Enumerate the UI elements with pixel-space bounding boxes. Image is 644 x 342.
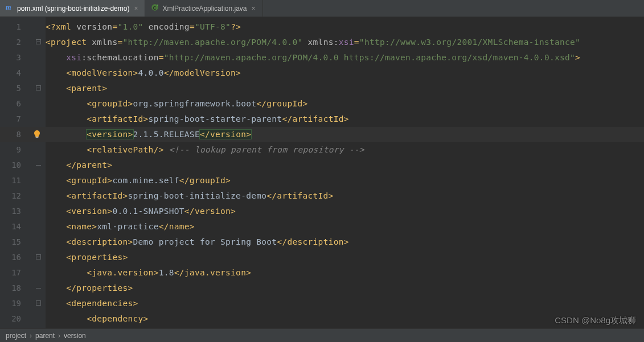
svg-rect-3 xyxy=(36,137,39,138)
svg-text:m: m xyxy=(6,3,11,11)
code-token: "http://www.w3.org/2001/XMLSchema-instan… xyxy=(359,38,580,47)
code-token: spring-boot-starter-parent xyxy=(149,114,282,123)
code-token: 0.0.1-SNAPSHOT xyxy=(112,207,184,216)
code-line[interactable]: <dependencies> xyxy=(46,296,644,311)
code-token: 1.8 xyxy=(159,268,174,277)
line-number-gutter: 1234567891011121314151617181920 xyxy=(0,17,31,328)
code-token: <version> xyxy=(66,207,112,216)
code-line[interactable]: <modelVersion>4.0.0</modelVersion> xyxy=(46,65,644,81)
java-class-icon: C xyxy=(151,3,159,13)
intention-bulb-icon[interactable] xyxy=(32,130,42,139)
code-token: "1.0" xyxy=(117,22,143,31)
code-token: </groupId> xyxy=(179,176,231,185)
code-token: ?> xyxy=(231,22,241,31)
code-token: Demo project for Spring Boot xyxy=(133,237,277,246)
maven-icon: m xyxy=(6,3,14,13)
code-token xyxy=(303,38,308,47)
code-token: "UTF-8" xyxy=(195,22,231,31)
breadcrumb-item[interactable]: project xyxy=(6,332,26,340)
code-token: <dependency> xyxy=(87,314,148,323)
code-line[interactable]: xsi:schemaLocation="http://maven.apache.… xyxy=(46,50,644,65)
code-token: com.mine.self xyxy=(112,176,179,185)
code-token: </version> xyxy=(184,207,236,216)
code-token: </artifactId> xyxy=(282,114,348,123)
chevron-right-icon: › xyxy=(58,332,60,340)
code-line[interactable]: <java.version>1.8</java.version> xyxy=(46,265,644,281)
tab-bar: m pom.xml (spring-boot-initialize-demo) … xyxy=(0,0,644,17)
code-line[interactable]: <groupId>org.springframework.boot</group… xyxy=(46,96,644,112)
code-token: "http://maven.apache.org/POM/4.0.0 https… xyxy=(164,53,575,62)
code-token: xml xyxy=(56,22,76,31)
code-token: <parent> xyxy=(66,84,107,93)
code-line[interactable]: <project xmlns="http://maven.apache.org/… xyxy=(46,35,644,50)
code-line[interactable]: <version>0.0.1-SNAPSHOT</version> xyxy=(46,204,644,219)
tab-label: pom.xml (spring-boot-initialize-demo) xyxy=(17,5,129,13)
code-line[interactable]: <artifactId>spring-boot-initialize-demo<… xyxy=(46,188,644,204)
code-token: <properties> xyxy=(66,253,128,262)
code-token: <relativePath/> xyxy=(87,145,163,154)
fold-toggle-icon[interactable] xyxy=(36,85,41,90)
code-token: = xyxy=(354,38,359,47)
code-token: <version> xyxy=(87,130,133,139)
code-token: <? xyxy=(46,22,56,31)
tab-label: XmlPracticeApplication.java xyxy=(162,5,247,13)
close-icon[interactable]: × xyxy=(133,5,139,13)
fold-gutter xyxy=(31,17,46,328)
fold-toggle-icon[interactable] xyxy=(36,39,41,44)
breadcrumb-item[interactable]: version xyxy=(64,332,86,340)
code-token: </properties> xyxy=(66,283,133,292)
code-line[interactable]: </parent> xyxy=(46,158,644,173)
code-line[interactable]: </properties> xyxy=(46,281,644,296)
code-token: = xyxy=(190,22,195,31)
code-token: xml-practice xyxy=(97,222,158,231)
code-line[interactable]: <description>Demo project for Spring Boo… xyxy=(46,234,644,250)
code-token: </description> xyxy=(277,237,348,246)
code-token: > xyxy=(575,53,580,62)
code-token: spring-boot-initialize-demo xyxy=(128,191,266,200)
watermark: CSDN @No8g攻城狮 xyxy=(555,315,636,326)
code-line[interactable]: <?xml version="1.0" encoding="UTF-8"?> xyxy=(46,19,644,35)
code-area[interactable]: <?xml version="1.0" encoding="UTF-8"?><p… xyxy=(46,17,644,328)
code-token xyxy=(164,145,169,154)
code-token xyxy=(143,22,149,31)
code-token: = xyxy=(159,53,164,62)
fold-toggle-icon[interactable] xyxy=(36,300,41,306)
code-token: <artifactId> xyxy=(66,191,128,200)
code-line[interactable]: <version>2.1.5.RELEASE</version> xyxy=(46,127,644,142)
breadcrumb: project › parent › version xyxy=(0,328,644,342)
fold-toggle-icon[interactable] xyxy=(36,254,41,259)
code-token: <groupId> xyxy=(66,176,112,185)
code-token: 4.0.0 xyxy=(138,68,164,77)
code-token: xmlns: xyxy=(308,38,339,47)
breadcrumb-item[interactable]: parent xyxy=(35,332,55,340)
code-token: <name> xyxy=(66,222,97,231)
code-line[interactable]: <groupId>com.mine.self</groupId> xyxy=(46,173,644,188)
code-token: <modelVersion> xyxy=(66,68,138,77)
code-token: xmlns xyxy=(92,38,117,47)
chevron-right-icon: › xyxy=(30,332,32,340)
code-token: <dependencies> xyxy=(66,299,138,308)
code-token: 2.1.5.RELEASE xyxy=(133,130,200,139)
code-token: </artifactId> xyxy=(266,191,333,200)
code-line[interactable]: <properties> xyxy=(46,250,644,265)
tab-pom-xml[interactable]: m pom.xml (spring-boot-initialize-demo) … xyxy=(0,0,145,17)
code-token: encoding xyxy=(149,22,190,31)
code-token: </groupId> xyxy=(256,99,307,108)
code-line[interactable]: <name>xml-practice</name> xyxy=(46,219,644,234)
code-line[interactable]: <relativePath/> <!-- lookup parent from … xyxy=(46,142,644,158)
code-line[interactable]: <parent> xyxy=(46,81,644,96)
close-icon[interactable]: × xyxy=(251,5,257,13)
code-token: </version> xyxy=(200,130,251,139)
code-line[interactable]: <artifactId>spring-boot-starter-parent</… xyxy=(46,112,644,127)
tab-java-file[interactable]: C XmlPracticeApplication.java × xyxy=(145,0,262,17)
fold-end-icon xyxy=(36,165,41,166)
code-token: <project xyxy=(46,38,92,47)
code-token: <!-- lookup parent from repository --> xyxy=(169,145,364,154)
fold-end-icon xyxy=(36,288,41,289)
code-token: org.springframework.boot xyxy=(133,99,257,108)
code-editor[interactable]: 1234567891011121314151617181920 <?xml ve… xyxy=(0,17,644,328)
code-token: </name> xyxy=(159,222,195,231)
code-token: <java.version> xyxy=(87,268,158,277)
code-token: xsi xyxy=(339,38,354,47)
code-token: </java.version> xyxy=(174,268,251,277)
